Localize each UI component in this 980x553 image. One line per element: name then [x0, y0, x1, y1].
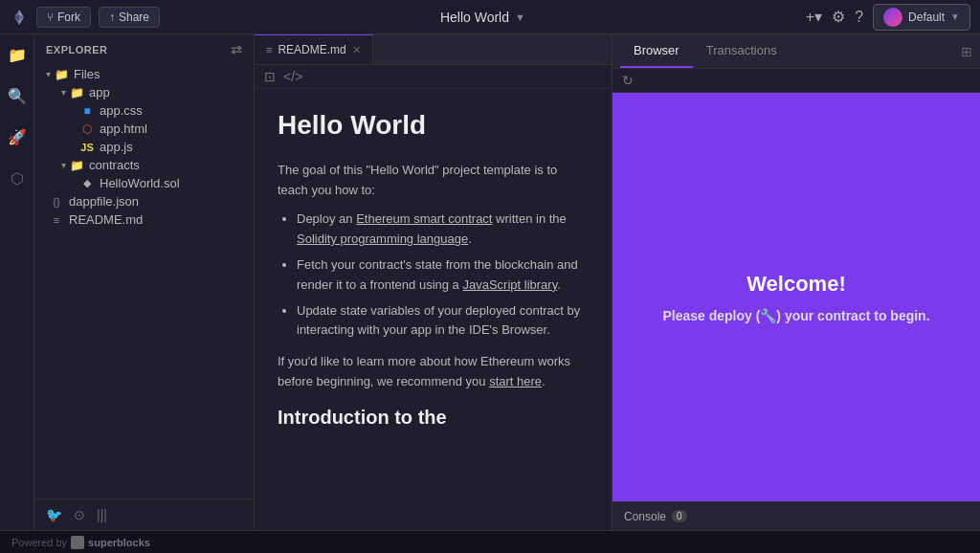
share-icon: ↑	[109, 11, 115, 24]
readme-tab[interactable]: ≡ README.md ✕	[255, 34, 373, 64]
editor-content: Hello World The goal of this "Hello Worl…	[255, 89, 612, 530]
main-layout: 📁 🔍 🚀 ⬡ EXPLORER ⇄ ▾ 📁 Files ▾ 📁 app	[0, 34, 980, 530]
readme-intro: The goal of this "Hello World" project t…	[278, 161, 589, 201]
fork-button[interactable]: ⑂ Fork	[36, 7, 91, 28]
browser-tab[interactable]: Browser	[620, 34, 693, 68]
tab-close-button[interactable]: ✕	[352, 44, 361, 56]
superblocks-logo-icon	[71, 536, 84, 549]
file-tree: ▾ 📁 Files ▾ 📁 app ■ app.css	[34, 65, 254, 498]
editor-toolbar: ⊡ </>	[255, 65, 612, 89]
help-icon[interactable]: ?	[855, 9, 863, 26]
avatar	[883, 8, 902, 27]
icon-sidebar: 📁 🔍 🚀 ⬡	[0, 34, 34, 530]
readme-md-file[interactable]: ≡ README.md	[34, 210, 254, 229]
explorer-actions-icon[interactable]: ⇄	[231, 42, 243, 57]
console-bar: Console 0	[612, 501, 980, 530]
list-item-3: Update state variables of your deployed …	[297, 301, 589, 342]
start-here-link[interactable]: start here	[489, 374, 542, 388]
welcome-text: Welcome!	[746, 272, 846, 297]
tab-bar: ≡ README.md ✕	[255, 34, 612, 65]
readme-h2: Introduction to the	[278, 402, 589, 432]
transactions-tab[interactable]: Transactions	[693, 34, 791, 68]
panel-tabs: Browser Transactions ⊞	[612, 34, 980, 69]
js-library-link[interactable]: JavaScript library	[462, 277, 557, 292]
files-icon[interactable]: 📁	[4, 42, 31, 68]
console-count: 0	[672, 510, 687, 522]
fork-icon: ⑂	[47, 11, 54, 24]
dappfile-json-file[interactable]: {} dappfile.json	[34, 192, 254, 210]
helloworld-sol-file[interactable]: ◆ HelloWorld.sol	[34, 174, 254, 192]
browser-content: Welcome! Please deploy (🔧) your contract…	[612, 93, 980, 501]
list-item-2: Fetch your contract's state from the blo…	[297, 255, 589, 296]
search-icon[interactable]: 🔍	[4, 83, 31, 109]
refresh-icon[interactable]: ↻	[622, 73, 634, 88]
ethereum-link[interactable]: Ethereum smart contract	[356, 211, 492, 226]
right-panel: Browser Transactions ⊞ ↻ Welcome! Please…	[612, 34, 980, 530]
app-js-file[interactable]: JS app.js	[34, 138, 254, 156]
panel-expand-icon[interactable]: ⊞	[961, 44, 972, 59]
superblocks-brand: superblocks	[88, 537, 150, 548]
app-html-file[interactable]: ⬡ app.html	[34, 120, 254, 138]
list-item-1: Deploy an Ethereum smart contract writte…	[297, 210, 589, 250]
files-root[interactable]: ▾ 📁 Files	[34, 65, 254, 83]
plugin-icon[interactable]: ⬡	[7, 166, 28, 191]
topbar: ⑂ Fork ↑ Share Hello World ▼ +▾ ⚙ ? Defa…	[0, 0, 980, 34]
deploy-icon[interactable]: 🚀	[4, 124, 31, 150]
project-name: Hello World	[440, 10, 509, 25]
editor-area: ≡ README.md ✕ ⊡ </> Hello World The goal…	[255, 34, 612, 530]
tab-icon: ≡	[266, 44, 272, 55]
powered-by: Powered by superblocks	[11, 536, 150, 549]
readme-p2: If you'd like to learn more about how Et…	[278, 352, 589, 392]
topbar-left: ⑂ Fork ↑ Share	[10, 7, 160, 28]
share-button[interactable]: ↑ Share	[99, 7, 160, 28]
chevron-down-icon: ▼	[950, 11, 960, 22]
deploy-text: Please deploy (🔧) your contract to begin…	[643, 308, 948, 323]
code-icon[interactable]: </>	[283, 69, 302, 84]
readme-title: Hello World	[278, 104, 589, 147]
settings-icon[interactable]: ⚙	[832, 8, 845, 26]
readme-list: Deploy an Ethereum smart contract writte…	[278, 210, 589, 341]
add-button[interactable]: +▾	[806, 8, 822, 26]
twitter-icon[interactable]: 🐦	[46, 507, 62, 522]
chevron-down-icon: ▼	[515, 11, 525, 23]
explorer-footer: 🐦 ⊙ |||	[34, 498, 254, 530]
solidity-link[interactable]: Solidity programming language	[297, 232, 468, 246]
discord-icon[interactable]: |||	[97, 507, 107, 522]
app-css-file[interactable]: ■ app.css	[34, 101, 254, 120]
default-badge[interactable]: Default ▼	[873, 4, 970, 31]
file-explorer: EXPLORER ⇄ ▾ 📁 Files ▾ 📁 app ■	[34, 34, 255, 530]
explorer-header: EXPLORER ⇄	[34, 34, 254, 65]
app-folder[interactable]: ▾ 📁 app	[34, 83, 254, 101]
preview-icon[interactable]: ⊡	[264, 69, 276, 84]
contracts-folder[interactable]: ▾ 📁 contracts	[34, 156, 254, 174]
console-label: Console	[624, 510, 666, 523]
bottom-bar: Powered by superblocks	[0, 530, 980, 553]
topbar-center: Hello World ▼	[160, 10, 806, 25]
github-icon[interactable]: ⊙	[74, 507, 85, 522]
eth-logo-icon	[10, 8, 29, 27]
panel-toolbar: ↻	[612, 69, 980, 93]
topbar-right: +▾ ⚙ ? Default ▼	[806, 4, 970, 31]
